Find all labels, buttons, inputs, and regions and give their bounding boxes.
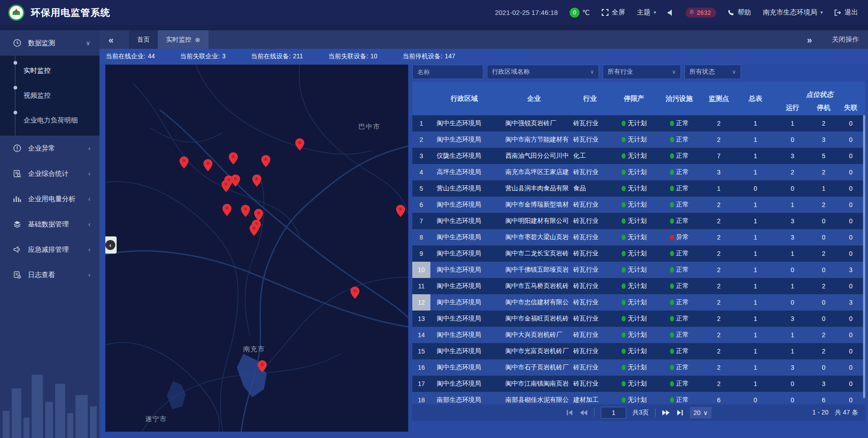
row-index: 12 [412, 294, 430, 311]
table-row[interactable]: 8阆中生态环境局阆中市枣碧大梁山页岩砖瓦行业无计划异常21300 [412, 229, 865, 245]
org-dropdown[interactable]: 南充市生态环境局 ▾ [763, 8, 823, 17]
prev-page-button[interactable] [580, 410, 588, 416]
map-pin-icon[interactable] [252, 174, 261, 187]
table-row[interactable]: 10阆中生态环境局阆中千佛镇五郎垭页岩砖瓦行业无计划正常21003 [412, 262, 865, 278]
chevron-left-icon: ‹ [88, 170, 90, 177]
filter-bar: 行政区域名称 ∨ 所有行业 ∨ 所有状态 ∨ [412, 65, 865, 79]
cell-running: 0 [774, 294, 811, 311]
open-tabs: 首页实时监控⊗ [129, 30, 208, 49]
table-row[interactable]: 16阆中生态环境局阆中市石子页岩机砖厂砖瓦行业无计划正常21300 [412, 359, 865, 376]
status-dot-icon [670, 267, 674, 273]
cell-region: 仪陇生态环境局 [430, 148, 498, 164]
table-row[interactable]: 13阆中生态环境局阆中市金福旺页岩机砖砖瓦行业无计划正常21300 [412, 311, 865, 327]
table-row[interactable]: 17阆中生态环境局阆中市江南镇阆南页岩砖瓦行业无计划正常21030 [412, 376, 865, 392]
map-pin-icon[interactable] [179, 156, 189, 169]
sidebar-item-company-statistics[interactable]: 企业综合统计‹ [0, 161, 99, 186]
table-row[interactable]: 1阆中生态环境局阆中强锐页岩砖厂砖瓦行业无计划正常21120 [412, 115, 865, 132]
cell-region: 高坪生态环境局 [430, 164, 498, 180]
table-row[interactable]: 4高坪生态环境局南充市高坪区王家店建砖瓦行业无计划正常31220 [412, 164, 865, 180]
sidebar-item-log-view[interactable]: 日志查看‹ [0, 262, 99, 287]
close-operations-button[interactable]: 关闭操作 [832, 35, 859, 44]
status-dot-icon [670, 316, 674, 321]
first-page-button[interactable] [566, 410, 573, 416]
map-pin-icon[interactable] [222, 204, 231, 216]
cell-company: 阆中市南方节能建材有 [498, 132, 570, 148]
table-row[interactable]: 2阆中生态环境局阆中市南方节能建材有砖瓦行业无计划正常21030 [412, 132, 865, 148]
tab-home[interactable]: 首页 [129, 30, 158, 49]
cell-industry: 砖瓦行业 [570, 213, 610, 229]
status-filter-select[interactable]: 所有状态 ∨ [684, 65, 741, 79]
sidebar-item-emergency-reduction[interactable]: 应急减排管理‹ [0, 237, 99, 262]
next-page-button[interactable] [662, 410, 670, 416]
table-row[interactable]: 5营山生态环境局营山县润丰肉食品有限食品无计划正常10010 [412, 180, 865, 197]
map-pin-icon[interactable] [350, 287, 359, 299]
map-pin-icon[interactable] [241, 205, 250, 217]
map-pin-icon[interactable] [250, 224, 259, 236]
col-running: 运行 [774, 100, 811, 115]
sidebar-item-data-monitor[interactable]: 数据监测∨ [0, 30, 99, 56]
map-pin-icon[interactable] [229, 152, 238, 165]
sidebar-subitem[interactable]: 实时监控 [0, 58, 99, 83]
cell-facility-status: 正常 [658, 213, 701, 229]
cell-offline: 0 [836, 213, 865, 229]
cell-running: 2 [774, 164, 811, 180]
collapse-panel-button[interactable]: ‹ [105, 236, 117, 254]
map-pin-icon[interactable] [261, 155, 270, 167]
map-pin-icon[interactable] [222, 180, 231, 192]
scroll-tabs-left-button[interactable]: « [108, 35, 113, 44]
bullet-icon [14, 86, 17, 89]
table-row[interactable]: 14阆中生态环境局阆中大兴页岩机砖厂砖瓦行业无计划正常21120 [412, 327, 865, 343]
sidebar-submenu: 实时监控视频监控企业电力负荷明细 [0, 56, 99, 136]
status-dot-icon [622, 218, 626, 224]
sidebar-subitem[interactable]: 企业电力负荷明细 [0, 108, 99, 133]
name-filter-input[interactable] [417, 68, 478, 75]
cell-facility-status: 异常 [658, 229, 701, 245]
sidebar-item-base-data[interactable]: 基础数据管理‹ [0, 212, 99, 237]
sidebar-item-company-abnormal[interactable]: 企业异常‹ [0, 136, 99, 161]
fullscreen-button[interactable]: 全屏 [602, 8, 625, 17]
map-pin-icon[interactable] [258, 360, 267, 372]
map-panel[interactable]: 巴中市南充市遂宁市 ‹ [105, 65, 408, 432]
notification-badge[interactable]: 2632 [685, 8, 716, 18]
last-page-button[interactable] [676, 410, 684, 416]
map-pin-icon[interactable] [203, 159, 212, 171]
page-size-select[interactable]: 20 ∨ [690, 407, 712, 419]
map-pin-icon[interactable] [231, 174, 240, 187]
cell-facility-status: 正常 [658, 359, 701, 376]
page-number-input[interactable] [601, 407, 626, 419]
table-row[interactable]: 18南部生态环境局南部县砌佳水泥有限公建材加工无计划正常60060 [412, 392, 865, 403]
map-pin-icon[interactable] [254, 209, 263, 221]
sound-toggle[interactable] [668, 9, 674, 16]
col-production: 停限产 [610, 82, 658, 115]
col-company: 企业 [498, 82, 570, 115]
table-row[interactable]: 15阆中生态环境局阆中市光富页岩机砖厂砖瓦行业无计划正常21120 [412, 343, 865, 359]
cell-meters: 1 [737, 278, 774, 294]
cell-points: 2 [701, 311, 737, 327]
sidebar-subitem[interactable]: 视频监控 [0, 83, 99, 108]
logout-button[interactable]: 退出 [835, 8, 858, 17]
name-filter-field[interactable] [412, 65, 483, 79]
help-button[interactable]: 帮助 [728, 8, 751, 17]
table-row[interactable]: 3仪陇生态环境局西南油气田分公司川中化工无计划正常71350 [412, 148, 865, 164]
cell-running: 0 [774, 376, 811, 392]
cell-meters: 1 [737, 262, 774, 278]
table-row[interactable]: 7阆中生态环境局阆中明阳建材有限公司砖瓦行业无计划正常21300 [412, 213, 865, 229]
close-tab-icon[interactable]: ⊗ [195, 36, 200, 43]
table-scrollbar[interactable] [863, 115, 865, 398]
map-pin-icon[interactable] [295, 138, 304, 151]
table-row[interactable]: 9阆中生态环境局阆中市二龙长宝页岩砖砖瓦行业无计划正常21120 [412, 245, 865, 262]
scroll-tabs-right-button[interactable]: » [807, 35, 812, 44]
table-row[interactable]: 6阆中生态环境局阆中市金博瑞新型墙材砖瓦行业无计划正常21120 [412, 197, 865, 213]
table-row[interactable]: 11阆中生态环境局阆中市五马桥页岩机砖砖瓦行业无计划正常21120 [412, 278, 865, 294]
sidebar-item-power-analysis[interactable]: 企业用电量分析‹ [0, 186, 99, 212]
region-filter-select[interactable]: 行政区域名称 ∨ [487, 65, 599, 79]
cell-company: 阆中大兴页岩机砖厂 [498, 327, 570, 343]
cell-meters: 1 [737, 245, 774, 262]
cell-running: 3 [774, 229, 811, 245]
theme-dropdown[interactable]: 主题 ▾ [637, 8, 656, 17]
map-pin-icon[interactable] [396, 205, 405, 217]
tab-realtime-monitor[interactable]: 实时监控⊗ [158, 30, 208, 49]
table-row[interactable]: 12阆中生态环境局阆中市忠信建材有限公砖瓦行业无计划正常21003 [412, 294, 865, 311]
data-monitor-icon [13, 39, 22, 47]
industry-filter-select[interactable]: 所有行业 ∨ [603, 65, 681, 79]
